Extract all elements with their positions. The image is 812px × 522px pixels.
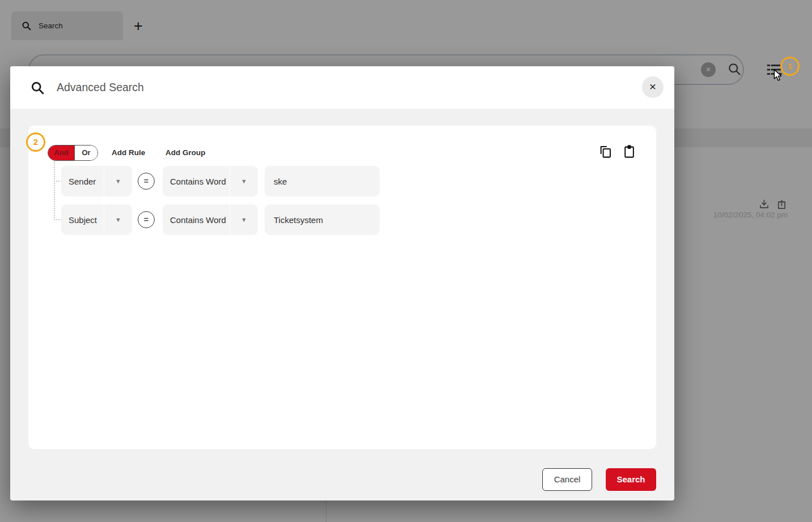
operator-select-value: Contains Word: [163, 204, 229, 235]
toggle-or[interactable]: Or: [74, 146, 97, 160]
page: Search + × 10/02/2025, 04:02 pm Advanced…: [0, 0, 812, 522]
operator-select[interactable]: Contains Word ▼: [163, 166, 258, 196]
rule-value-input[interactable]: [265, 204, 380, 235]
rule-row: Sender ▼ = Contains Word ▼: [28, 166, 656, 196]
paste-icon[interactable]: [622, 144, 637, 161]
dialog-title: Advanced Search: [57, 66, 144, 109]
equals-badge: =: [138, 173, 155, 190]
advanced-search-dialog: Advanced Search × And Or Add Rule Add Gr…: [10, 66, 674, 500]
add-rule-button[interactable]: Add Rule: [112, 145, 145, 161]
cancel-button[interactable]: Cancel: [542, 468, 592, 491]
toggle-and[interactable]: And: [48, 146, 74, 160]
dialog-header: Advanced Search ×: [10, 66, 674, 109]
field-select-value: Subject: [61, 204, 104, 235]
chevron-down-icon: ▼: [229, 166, 258, 196]
chevron-down-icon: ▼: [229, 204, 258, 235]
chevron-down-icon: ▼: [104, 166, 132, 196]
query-builder-card: And Or Add Rule Add Group Sender ▼ =: [28, 126, 656, 449]
close-icon[interactable]: ×: [642, 76, 664, 98]
annotation-step-1: 1: [780, 57, 800, 76]
field-select[interactable]: Sender ▼: [61, 166, 132, 196]
rule-value-input[interactable]: [265, 166, 380, 196]
field-select-value: Sender: [61, 166, 104, 196]
chevron-down-icon: ▼: [104, 204, 132, 235]
annotation-step-2: 2: [26, 132, 45, 152]
and-or-toggle[interactable]: And Or: [48, 145, 98, 161]
add-group-button[interactable]: Add Group: [165, 145, 206, 161]
operator-select[interactable]: Contains Word ▼: [163, 204, 258, 235]
mouse-cursor-icon: [773, 69, 783, 84]
search-button[interactable]: Search: [606, 468, 656, 491]
operator-select-value: Contains Word: [163, 166, 229, 196]
search-icon: [31, 81, 44, 97]
equals-badge: =: [138, 211, 155, 228]
rule-row: Subject ▼ = Contains Word ▼: [28, 204, 656, 235]
field-select[interactable]: Subject ▼: [61, 204, 132, 235]
copy-icon[interactable]: [598, 144, 613, 161]
